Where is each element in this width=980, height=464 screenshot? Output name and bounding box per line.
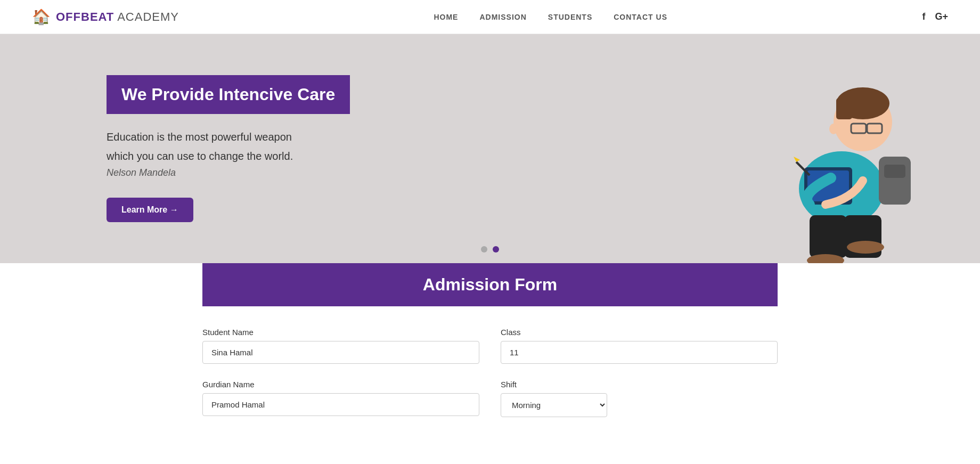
shift-group: Shift Morning Afternoon Evening xyxy=(501,380,778,417)
guardian-name-group: Gurdian Name xyxy=(202,380,479,417)
svg-rect-13 xyxy=(879,157,911,205)
hero-illustration xyxy=(703,39,927,263)
student-name-label: Student Name xyxy=(202,328,479,337)
carousel-dot-2[interactable] xyxy=(493,246,499,253)
svg-rect-14 xyxy=(884,165,905,178)
nav-home[interactable]: HOME xyxy=(434,13,458,21)
guardian-name-label: Gurdian Name xyxy=(202,380,479,389)
svg-point-12 xyxy=(847,241,884,254)
shift-select[interactable]: Morning Afternoon Evening xyxy=(501,393,607,417)
facebook-link[interactable]: f xyxy=(922,11,925,22)
hero-section: We Provide Intencive Care Education is t… xyxy=(0,34,980,263)
hero-title: We Provide Intencive Care xyxy=(107,75,350,114)
brand-name: OFFBEAT ACADEMY xyxy=(56,10,179,24)
student-name-input[interactable] xyxy=(202,341,479,364)
svg-rect-3 xyxy=(836,98,852,119)
class-label: Class xyxy=(501,328,778,337)
nav-students[interactable]: STUDENTS xyxy=(548,13,592,21)
svg-point-7 xyxy=(829,124,838,134)
student-name-group: Student Name xyxy=(202,328,479,364)
admission-section: Admission Form Student Name Class Gurdia… xyxy=(170,263,810,464)
hero-quote-line2: which you can use to change the world. xyxy=(107,148,350,164)
admission-form: Student Name Class Gurdian Name Shift Mo… xyxy=(202,328,778,417)
googleplus-link[interactable]: G+ xyxy=(935,11,948,22)
nav-contact[interactable]: CONTACT US xyxy=(614,13,667,21)
svg-rect-9 xyxy=(810,215,847,258)
form-row-1: Student Name Class xyxy=(202,328,778,364)
hero-quote-line1: Education is the most powerful weapon xyxy=(107,129,350,145)
navbar: 🏠 OFFBEAT ACADEMY HOME ADMISSION STUDENT… xyxy=(0,0,980,34)
carousel-dot-1[interactable] xyxy=(481,246,487,253)
carousel-dots xyxy=(481,246,499,253)
class-input[interactable] xyxy=(501,341,778,364)
nav-admission[interactable]: ADMISSION xyxy=(479,13,526,21)
social-links: f G+ xyxy=(922,11,948,22)
guardian-name-input[interactable] xyxy=(202,393,479,416)
learn-more-button[interactable]: Learn More → xyxy=(107,198,193,222)
nav-links: HOME ADMISSION STUDENTS CONTACT US xyxy=(434,12,667,22)
svg-marker-18 xyxy=(794,157,800,162)
class-group: Class xyxy=(501,328,778,364)
hero-author: Nelson Mandela xyxy=(107,167,350,178)
hero-content: We Provide Intencive Care Education is t… xyxy=(107,75,350,222)
home-icon: 🏠 xyxy=(32,8,51,26)
admission-form-header: Admission Form xyxy=(202,263,778,306)
brand-logo[interactable]: 🏠 OFFBEAT ACADEMY xyxy=(32,8,179,26)
shift-label: Shift xyxy=(501,380,778,389)
form-row-2: Gurdian Name Shift Morning Afternoon Eve… xyxy=(202,380,778,417)
